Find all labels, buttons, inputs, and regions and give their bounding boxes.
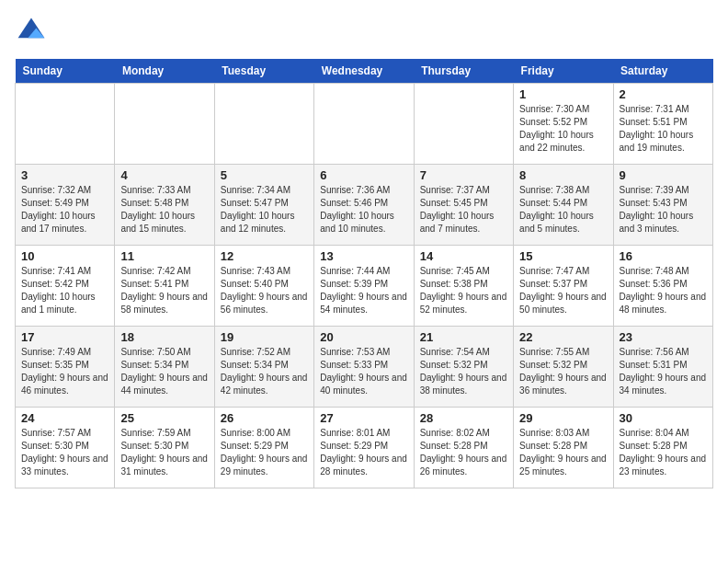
calendar-cell: 22Sunrise: 7:55 AM Sunset: 5:32 PM Dayli…: [514, 327, 613, 408]
day-info: Sunrise: 8:01 AM Sunset: 5:29 PM Dayligh…: [320, 427, 407, 478]
day-number: 21: [420, 330, 507, 344]
day-number: 19: [221, 330, 308, 344]
calendar-cell: [16, 84, 115, 165]
weekday-header: Friday: [514, 59, 613, 84]
day-info: Sunrise: 7:38 AM Sunset: 5:44 PM Dayligh…: [519, 184, 607, 236]
day-info: Sunrise: 7:57 AM Sunset: 5:30 PM Dayligh…: [21, 427, 108, 478]
day-info: Sunrise: 7:39 AM Sunset: 5:43 PM Dayligh…: [620, 184, 707, 236]
day-info: Sunrise: 7:53 AM Sunset: 5:33 PM Dayligh…: [320, 346, 407, 397]
calendar-cell: 1Sunrise: 7:30 AM Sunset: 5:52 PM Daylig…: [514, 84, 613, 165]
calendar-cell: 26Sunrise: 8:00 AM Sunset: 5:29 PM Dayli…: [214, 408, 313, 488]
day-info: Sunrise: 8:03 AM Sunset: 5:28 PM Dayligh…: [519, 427, 607, 478]
calendar-cell: 30Sunrise: 8:04 AM Sunset: 5:28 PM Dayli…: [613, 408, 712, 488]
day-info: Sunrise: 7:42 AM Sunset: 5:41 PM Dayligh…: [120, 265, 208, 316]
day-info: Sunrise: 7:52 AM Sunset: 5:34 PM Dayligh…: [221, 346, 308, 397]
weekday-header: Tuesday: [214, 59, 313, 84]
calendar-cell: 7Sunrise: 7:37 AM Sunset: 5:45 PM Daylig…: [414, 165, 513, 246]
day-number: 12: [221, 249, 308, 263]
day-number: 23: [620, 330, 707, 344]
day-number: 1: [519, 87, 607, 101]
day-number: 14: [420, 249, 507, 263]
weekday-header: Monday: [115, 59, 214, 84]
day-info: Sunrise: 7:47 AM Sunset: 5:37 PM Dayligh…: [519, 265, 607, 316]
day-info: Sunrise: 8:04 AM Sunset: 5:28 PM Dayligh…: [620, 427, 707, 478]
calendar-cell: 18Sunrise: 7:50 AM Sunset: 5:34 PM Dayli…: [115, 327, 214, 408]
day-number: 18: [120, 330, 208, 344]
calendar-cell: 29Sunrise: 8:03 AM Sunset: 5:28 PM Dayli…: [514, 408, 613, 488]
day-info: Sunrise: 8:00 AM Sunset: 5:29 PM Dayligh…: [221, 427, 308, 478]
day-number: 25: [120, 411, 208, 425]
day-number: 4: [120, 168, 208, 182]
day-info: Sunrise: 7:43 AM Sunset: 5:40 PM Dayligh…: [221, 265, 308, 316]
calendar-cell: 23Sunrise: 7:56 AM Sunset: 5:31 PM Dayli…: [613, 327, 712, 408]
day-number: 16: [620, 249, 707, 263]
calendar-cell: 12Sunrise: 7:43 AM Sunset: 5:40 PM Dayli…: [214, 246, 313, 327]
day-info: Sunrise: 7:30 AM Sunset: 5:52 PM Dayligh…: [519, 103, 607, 155]
day-info: Sunrise: 8:02 AM Sunset: 5:28 PM Dayligh…: [420, 427, 507, 478]
day-info: Sunrise: 7:49 AM Sunset: 5:35 PM Dayligh…: [21, 346, 108, 397]
day-number: 26: [221, 411, 308, 425]
calendar-cell: 27Sunrise: 8:01 AM Sunset: 5:29 PM Dayli…: [314, 408, 414, 488]
day-number: 6: [320, 168, 407, 182]
calendar-cell: 24Sunrise: 7:57 AM Sunset: 5:30 PM Dayli…: [16, 408, 115, 488]
calendar-cell: 8Sunrise: 7:38 AM Sunset: 5:44 PM Daylig…: [514, 165, 613, 246]
calendar-cell: 16Sunrise: 7:48 AM Sunset: 5:36 PM Dayli…: [613, 246, 712, 327]
day-number: 29: [519, 411, 607, 425]
day-number: 10: [21, 249, 108, 263]
calendar-cell: 20Sunrise: 7:53 AM Sunset: 5:33 PM Dayli…: [314, 327, 414, 408]
day-info: Sunrise: 7:33 AM Sunset: 5:48 PM Dayligh…: [120, 184, 208, 236]
weekday-header: Sunday: [16, 59, 115, 84]
calendar-cell: 28Sunrise: 8:02 AM Sunset: 5:28 PM Dayli…: [414, 408, 513, 488]
day-number: 15: [519, 249, 607, 263]
calendar-cell: [115, 84, 214, 165]
day-info: Sunrise: 7:50 AM Sunset: 5:34 PM Dayligh…: [120, 346, 208, 397]
calendar-cell: [414, 84, 513, 165]
calendar-cell: 11Sunrise: 7:42 AM Sunset: 5:41 PM Dayli…: [115, 246, 214, 327]
calendar-cell: 14Sunrise: 7:45 AM Sunset: 5:38 PM Dayli…: [414, 246, 513, 327]
day-number: 8: [519, 168, 607, 182]
calendar-table: SundayMondayTuesdayWednesdayThursdayFrid…: [15, 59, 713, 488]
day-info: Sunrise: 7:45 AM Sunset: 5:38 PM Dayligh…: [420, 265, 507, 316]
calendar-cell: 2Sunrise: 7:31 AM Sunset: 5:51 PM Daylig…: [613, 84, 712, 165]
calendar-cell: 6Sunrise: 7:36 AM Sunset: 5:46 PM Daylig…: [314, 165, 414, 246]
day-info: Sunrise: 7:34 AM Sunset: 5:47 PM Dayligh…: [221, 184, 308, 236]
day-info: Sunrise: 7:56 AM Sunset: 5:31 PM Dayligh…: [620, 346, 707, 397]
day-number: 13: [320, 249, 407, 263]
day-info: Sunrise: 7:48 AM Sunset: 5:36 PM Dayligh…: [620, 265, 707, 316]
day-info: Sunrise: 7:32 AM Sunset: 5:49 PM Dayligh…: [21, 184, 108, 236]
calendar-cell: 10Sunrise: 7:41 AM Sunset: 5:42 PM Dayli…: [16, 246, 115, 327]
header: [15, 15, 713, 48]
calendar-cell: [314, 84, 414, 165]
day-number: 17: [21, 330, 108, 344]
day-number: 2: [620, 87, 707, 101]
day-number: 20: [320, 330, 407, 344]
day-info: Sunrise: 7:36 AM Sunset: 5:46 PM Dayligh…: [320, 184, 407, 236]
day-number: 27: [320, 411, 407, 425]
logo: [15, 15, 51, 48]
calendar-cell: 9Sunrise: 7:39 AM Sunset: 5:43 PM Daylig…: [613, 165, 712, 246]
day-number: 9: [620, 168, 707, 182]
weekday-header: Wednesday: [314, 59, 414, 84]
day-number: 11: [120, 249, 208, 263]
calendar-cell: 21Sunrise: 7:54 AM Sunset: 5:32 PM Dayli…: [414, 327, 513, 408]
calendar-cell: 3Sunrise: 7:32 AM Sunset: 5:49 PM Daylig…: [16, 165, 115, 246]
weekday-header: Thursday: [414, 59, 513, 84]
day-info: Sunrise: 7:41 AM Sunset: 5:42 PM Dayligh…: [21, 265, 108, 316]
calendar-cell: 4Sunrise: 7:33 AM Sunset: 5:48 PM Daylig…: [115, 165, 214, 246]
day-number: 22: [519, 330, 607, 344]
day-number: 24: [21, 411, 108, 425]
day-info: Sunrise: 7:54 AM Sunset: 5:32 PM Dayligh…: [420, 346, 507, 397]
calendar-cell: [214, 84, 313, 165]
day-info: Sunrise: 7:37 AM Sunset: 5:45 PM Dayligh…: [420, 184, 507, 236]
day-info: Sunrise: 7:55 AM Sunset: 5:32 PM Dayligh…: [519, 346, 607, 397]
day-number: 5: [221, 168, 308, 182]
day-number: 30: [620, 411, 707, 425]
day-number: 3: [21, 168, 108, 182]
calendar-cell: 5Sunrise: 7:34 AM Sunset: 5:47 PM Daylig…: [214, 165, 313, 246]
day-info: Sunrise: 7:59 AM Sunset: 5:30 PM Dayligh…: [120, 427, 208, 478]
calendar-cell: 19Sunrise: 7:52 AM Sunset: 5:34 PM Dayli…: [214, 327, 313, 408]
calendar-cell: 25Sunrise: 7:59 AM Sunset: 5:30 PM Dayli…: [115, 408, 214, 488]
calendar-cell: 13Sunrise: 7:44 AM Sunset: 5:39 PM Dayli…: [314, 246, 414, 327]
day-info: Sunrise: 7:44 AM Sunset: 5:39 PM Dayligh…: [320, 265, 407, 316]
weekday-header: Saturday: [613, 59, 712, 84]
